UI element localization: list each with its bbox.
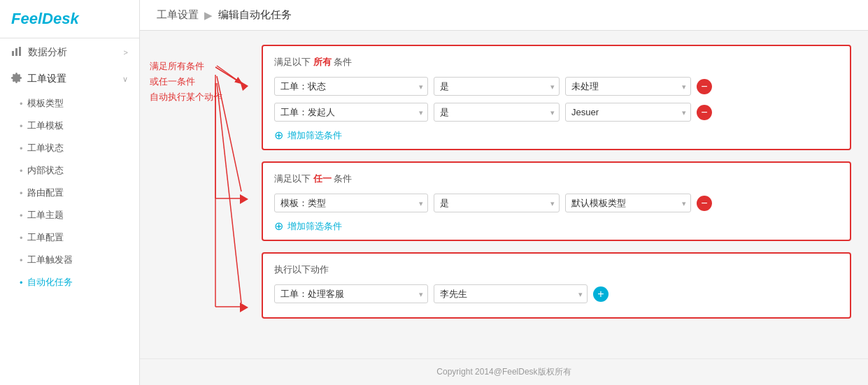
sidebar-item-internal-status[interactable]: 内部状态 — [0, 159, 139, 182]
condition-row-action-1: 工单：处理客服 李先生 + — [274, 284, 839, 303]
sidebar-menu: 数据分析 > 工单设置 ∨ 模板类型 工单模板 工单状态 — [0, 38, 139, 385]
logo: FeelDesk — [0, 0, 139, 38]
svg-line-5 — [217, 83, 241, 303]
sidebar-item-routing[interactable]: 路由配置 — [0, 182, 139, 204]
field-select-wrapper-action-1[interactable]: 工单：处理客服 — [274, 284, 428, 303]
sidebar-sub-label: 模板类型 — [27, 97, 64, 110]
add-condition-any-label: 增加筛选条件 — [287, 220, 342, 233]
block-all-title: 满足以下 所有 条件 — [274, 56, 839, 68]
annotation-line3: 自动执行某个动作 — [150, 89, 241, 105]
sidebar-item-template-type[interactable]: 模板类型 — [0, 92, 139, 115]
value-select-any-1[interactable]: 默认模板类型 — [565, 194, 691, 212]
block-all-highlight: 所有 — [313, 57, 332, 67]
sidebar-item-label: 数据分析 — [28, 46, 67, 59]
svg-marker-7 — [240, 81, 248, 91]
chevron-down-icon: ∨ — [122, 75, 128, 84]
sidebar-item-data-analysis[interactable]: 数据分析 > — [0, 38, 139, 66]
value-select-1[interactable]: 未处理 — [565, 77, 691, 96]
sidebar-item-ticket-template[interactable]: 工单模板 — [0, 115, 139, 137]
remove-row-any-1-button[interactable]: − — [697, 196, 712, 211]
breadcrumb-parent: 工单设置 — [157, 8, 199, 22]
field-select-wrapper-any-1[interactable]: 模板：类型 — [274, 194, 428, 212]
field-select-wrapper-1[interactable]: 工单：状态 — [274, 77, 428, 96]
operator-select-wrapper-2[interactable]: 是 — [434, 103, 560, 122]
annotation-line2: 或任一条件 — [150, 74, 241, 89]
block-all-title-suffix: 条件 — [332, 57, 353, 67]
footer-text: Copyright 2014@FeelDesk版权所有 — [436, 367, 571, 377]
condition-block-all: 满足以下 所有 条件 工单：状态 是 — [262, 45, 851, 150]
field-select-action-1[interactable]: 工单：处理客服 — [274, 284, 428, 303]
add-condition-all[interactable]: ⊕ 增加筛选条件 — [274, 129, 839, 142]
annotation-text: 满足所有条件 或任一条件 自动执行某个动作 — [150, 59, 241, 105]
sidebar-item-ticket-theme[interactable]: 工单主题 — [0, 204, 139, 226]
sidebar-sub-label: 工单模板 — [27, 119, 64, 132]
plus-icon: ⊕ — [274, 129, 283, 142]
field-select-any-1[interactable]: 模板：类型 — [274, 194, 428, 212]
condition-row-any-1: 模板：类型 是 默认模板类型 − — [274, 194, 839, 212]
operator-select-1[interactable]: 是 — [434, 77, 560, 96]
value-select-2[interactable]: Jesuer — [565, 103, 691, 122]
condition-block-action: 执行以下动作 工单：处理客服 李先生 + — [262, 252, 851, 319]
page-footer: Copyright 2014@FeelDesk版权所有 — [140, 358, 868, 385]
logo-text: FeelDesk — [11, 10, 79, 27]
sidebar-item-ticket-status[interactable]: 工单状态 — [0, 137, 139, 159]
field-select-wrapper-2[interactable]: 工单：发起人 — [274, 103, 428, 122]
sidebar-item-ticket-trigger[interactable]: 工单触发器 — [0, 249, 139, 271]
operator-select-wrapper-1[interactable]: 是 — [434, 77, 560, 96]
field-select-1[interactable]: 工单：状态 — [274, 77, 428, 96]
sidebar-sub-label: 路由配置 — [27, 187, 64, 199]
annotation-line1: 满足所有条件 — [150, 59, 241, 74]
page-content: 满足所有条件 或任一条件 自动执行某个动作 — [140, 31, 868, 358]
svg-marker-10 — [240, 194, 248, 204]
svg-rect-0 — [12, 51, 14, 56]
condition-row-1: 工单：状态 是 未处理 − — [274, 77, 839, 96]
chevron-icon: > — [124, 48, 128, 57]
chart-icon — [11, 45, 22, 59]
gear-icon — [11, 73, 22, 85]
value-select-wrapper-any-1[interactable]: 默认模板类型 — [565, 194, 691, 212]
value-select-wrapper-action-1[interactable]: 李先生 — [434, 284, 588, 303]
breadcrumb: 工单设置 ▶ 编辑自动化任务 — [157, 8, 292, 22]
sidebar: FeelDesk 数据分析 > 工单设置 ∨ 模板 — [0, 0, 140, 385]
sidebar-sub-label: 工单主题 — [27, 209, 64, 221]
block-any-title: 满足以下 任一 条件 — [274, 173, 839, 185]
sidebar-sub-label: 内部状态 — [27, 164, 64, 177]
operator-select-wrapper-any-1[interactable]: 是 — [434, 194, 560, 212]
svg-marker-13 — [240, 303, 248, 312]
sidebar-item-ticket-settings[interactable]: 工单设置 ∨ — [0, 66, 139, 92]
remove-row-2-button[interactable]: − — [697, 105, 712, 120]
sidebar-sub-menu: 模板类型 工单模板 工单状态 内部状态 路由配置 工单主题 工单 — [0, 92, 139, 293]
add-action-button[interactable]: + — [593, 286, 609, 302]
block-action-title: 执行以下动作 — [274, 263, 839, 276]
sidebar-item-automation[interactable]: 自动化任务 — [0, 271, 139, 293]
breadcrumb-current: 编辑自动化任务 — [218, 8, 292, 22]
svg-rect-1 — [15, 48, 17, 56]
plus-icon-any: ⊕ — [274, 219, 283, 233]
sidebar-sub-label: 工单触发器 — [27, 254, 73, 266]
remove-row-1-button[interactable]: − — [697, 79, 712, 94]
sidebar-sub-label: 工单状态 — [27, 142, 64, 154]
sidebar-sub-label: 工单配置 — [27, 231, 64, 244]
value-select-wrapper-1[interactable]: 未处理 — [565, 77, 691, 96]
field-select-2[interactable]: 工单：发起人 — [274, 103, 428, 122]
block-all-title-prefix: 满足以下 — [274, 57, 313, 67]
operator-select-any-1[interactable]: 是 — [434, 194, 560, 212]
add-condition-any[interactable]: ⊕ 增加筛选条件 — [274, 219, 839, 233]
block-action-title-text: 执行以下动作 — [274, 264, 329, 275]
page-header: 工单设置 ▶ 编辑自动化任务 — [140, 0, 868, 31]
block-any-title-prefix: 满足以下 — [274, 173, 313, 184]
sidebar-sub-label: 自动化任务 — [27, 276, 73, 289]
main-content: 工单设置 ▶ 编辑自动化任务 满足所有条件 或任一条件 自动执行某个动作 — [140, 0, 868, 385]
block-any-title-suffix: 条件 — [332, 173, 353, 184]
operator-select-2[interactable]: 是 — [434, 103, 560, 122]
sidebar-item-label: 工单设置 — [27, 73, 66, 85]
condition-row-2: 工单：发起人 是 Jesuer − — [274, 103, 839, 122]
breadcrumb-arrow: ▶ — [204, 9, 213, 22]
svg-rect-2 — [19, 47, 21, 56]
sidebar-item-ticket-config[interactable]: 工单配置 — [0, 226, 139, 249]
value-select-wrapper-2[interactable]: Jesuer — [565, 103, 691, 122]
value-select-action-1[interactable]: 李先生 — [434, 284, 588, 303]
add-condition-label: 增加筛选条件 — [287, 129, 342, 142]
block-any-highlight: 任一 — [313, 173, 332, 184]
condition-block-any: 满足以下 任一 条件 模板：类型 是 — [262, 161, 851, 241]
